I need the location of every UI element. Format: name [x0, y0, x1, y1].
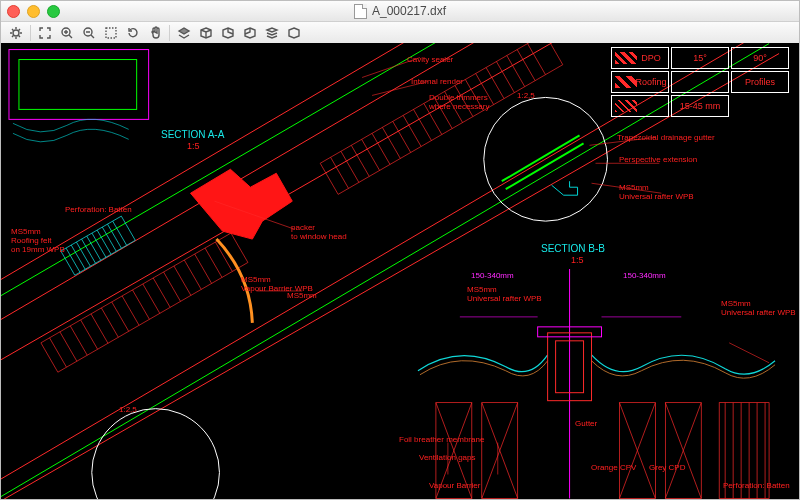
- expand-button[interactable]: [34, 24, 56, 42]
- annot-packer: packer to window head: [291, 223, 347, 241]
- zoom-in-button[interactable]: [56, 24, 78, 42]
- iso-c-button[interactable]: [239, 24, 261, 42]
- svg-line-55: [76, 242, 90, 266]
- iso-a-button[interactable]: [195, 24, 217, 42]
- svg-line-9: [1, 43, 649, 319]
- svg-line-12: [50, 338, 67, 367]
- dim-b-left: 150-340mm: [471, 271, 514, 280]
- iso-d-button[interactable]: [283, 24, 305, 42]
- cube-a-icon: [199, 26, 213, 40]
- svg-line-21: [143, 284, 160, 313]
- legend-cell-15deg: 15°: [671, 47, 729, 69]
- svg-rect-52: [61, 216, 135, 275]
- drawing-viewport[interactable]: DPO 15° 90° Roofing Profiles 15-45 mm SE…: [1, 43, 799, 499]
- rotate-icon: [126, 26, 140, 40]
- layers-button[interactable]: [173, 24, 195, 42]
- rotate-button[interactable]: [122, 24, 144, 42]
- window-controls: [7, 5, 60, 18]
- expand-icon: [38, 26, 52, 40]
- annot-univ-r2: MS5mm Universal rafter WPB: [467, 285, 542, 303]
- svg-line-14: [70, 326, 87, 355]
- svg-line-59: [97, 230, 111, 254]
- hand-icon: [148, 26, 162, 40]
- annot-cavity: Cavity sealer: [407, 55, 453, 64]
- stack-icon: [265, 26, 279, 40]
- svg-line-60: [102, 227, 116, 251]
- toolbar: [1, 22, 799, 45]
- svg-line-13: [60, 332, 77, 361]
- svg-line-19: [122, 296, 139, 325]
- legend-cell-blank: [671, 71, 729, 93]
- iso-stack-button[interactable]: [261, 24, 283, 42]
- annot-roofing-felt: MS5mm Roofing felt on 19mm WPB: [11, 227, 65, 254]
- svg-line-56: [82, 239, 96, 263]
- svg-line-20: [132, 290, 149, 319]
- legend-panel: DPO 15° 90° Roofing Profiles 15-45 mm: [611, 47, 789, 117]
- section-b-scale: 1:5: [571, 255, 584, 265]
- window-title: A_000217.dxf: [1, 4, 799, 19]
- svg-line-62: [113, 221, 127, 245]
- app-window: A_000217.dxf: [0, 0, 800, 500]
- svg-line-30: [331, 157, 349, 188]
- svg-line-25: [184, 260, 201, 289]
- dim-b-right: 150-340mm: [623, 271, 666, 280]
- close-icon[interactable]: [7, 5, 20, 18]
- gear-icon: [9, 26, 23, 40]
- maximize-icon[interactable]: [47, 5, 60, 18]
- annot-perf-batten: Perforation: Batten: [65, 205, 132, 214]
- svg-line-22: [153, 278, 170, 307]
- annot-univ-r3: MS5mm Universal rafter WPB: [721, 299, 796, 317]
- svg-line-57: [87, 236, 101, 260]
- hand-button[interactable]: [144, 24, 166, 42]
- svg-point-0: [13, 30, 19, 36]
- section-b-title: SECTION B-B: [541, 243, 605, 254]
- annot-grey: Grey CPD: [649, 463, 685, 472]
- annot-trimmers: Double trimmers where necessary: [429, 93, 489, 111]
- zoom-out-icon: [82, 26, 96, 40]
- svg-line-58: [92, 233, 106, 257]
- document-icon: [354, 4, 367, 19]
- annot-perf2: Perforation: Batten: [723, 481, 790, 490]
- section-a-title: SECTION A-A: [161, 129, 224, 140]
- svg-line-61: [107, 224, 121, 248]
- svg-line-99: [729, 343, 769, 363]
- svg-line-26: [195, 254, 212, 283]
- zoom-region-button[interactable]: [100, 24, 122, 42]
- zoom-in-icon: [60, 26, 74, 40]
- minimize-icon[interactable]: [27, 5, 40, 18]
- svg-line-18: [112, 302, 129, 331]
- zoom-out-button[interactable]: [78, 24, 100, 42]
- svg-line-15: [81, 320, 98, 349]
- svg-rect-3: [106, 28, 116, 38]
- svg-line-54: [71, 245, 85, 269]
- svg-line-23: [164, 272, 181, 301]
- titlebar: A_000217.dxf: [1, 1, 799, 22]
- annot-foil: Foil breather membrane: [399, 435, 484, 444]
- cube-d-icon: [287, 26, 301, 40]
- legend-cell-roofing: Roofing: [611, 71, 669, 93]
- detail-1-scale: 1:2,5: [517, 91, 535, 100]
- legend-cell-90deg: 90°: [731, 47, 789, 69]
- settings-button[interactable]: [5, 24, 27, 42]
- legend-cell-profiles: Profiles: [731, 71, 789, 93]
- cube-b-icon: [221, 26, 235, 40]
- annot-gutter2: Gutter: [575, 419, 597, 428]
- svg-point-64: [92, 409, 220, 499]
- annot-orange: Orange CPV: [591, 463, 636, 472]
- iso-b-button[interactable]: [217, 24, 239, 42]
- section-a-scale: 1:5: [187, 141, 200, 151]
- annot-gutter-trap: Trapezoidal drainage gutter: [617, 133, 715, 142]
- legend-cell-empty: [731, 95, 789, 117]
- svg-line-53: [66, 248, 80, 272]
- legend-cell-thickness: 15-45 mm: [671, 95, 729, 117]
- svg-line-24: [174, 266, 191, 295]
- detail-2-scale: 1:2,5: [119, 405, 137, 414]
- svg-rect-51: [19, 60, 137, 110]
- svg-line-27: [205, 248, 222, 277]
- svg-line-17: [101, 308, 118, 337]
- cube-c-icon: [243, 26, 257, 40]
- annot-ms5: MS5mm: [287, 291, 317, 300]
- title-text: A_000217.dxf: [372, 4, 446, 18]
- annot-vent: Ventilation gaps: [419, 453, 476, 462]
- zoom-region-icon: [104, 26, 118, 40]
